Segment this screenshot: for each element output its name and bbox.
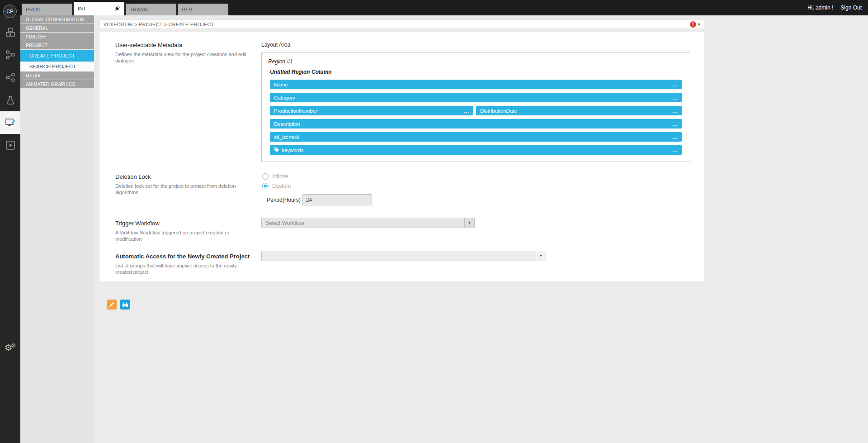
section-trigger-workflow: Trigger Workflow A VidiFlow Workflow tri… xyxy=(115,218,704,243)
edit-button[interactable] xyxy=(107,300,117,310)
config-sidebar: GLOBAL CONFIGURATION GENERAL PUBLISH PRO… xyxy=(20,15,94,443)
metadata-field-keywords[interactable]: keywords ... xyxy=(270,145,682,155)
binoculars-icon xyxy=(122,302,128,307)
section-metadata: User-selectable Metadata Defines the met… xyxy=(115,42,704,162)
module-rail: ⚙⚙ xyxy=(0,15,20,443)
chevron-down-icon[interactable]: ▼ xyxy=(536,251,546,261)
layout-area-box: Region #1 Untitled Region Column Name ..… xyxy=(261,52,690,162)
period-hours-label: Period(Hours) xyxy=(267,197,301,203)
main-area: VIDIEDITOR > PROJECT > CREATE PROJECT ! … xyxy=(94,15,868,443)
metadata-field-category[interactable]: Category ... xyxy=(270,93,682,102)
radio-custom-control[interactable] xyxy=(262,183,269,189)
create-project-form: User-selectable Metadata Defines the met… xyxy=(99,32,704,281)
tag-icon xyxy=(274,147,279,153)
region-title: Region #1 xyxy=(268,58,682,65)
deletion-lock-title: Deletion Lock xyxy=(115,173,250,180)
metadata-field-production-number[interactable]: ProductionNumber ... xyxy=(270,106,473,115)
tab-prod[interactable]: PROD xyxy=(22,4,72,15)
metadata-field-stl-ischeck[interactable]: stl_ischeck ... xyxy=(270,132,682,142)
sidebar-item-create-project[interactable]: CREATE PROJECT xyxy=(20,50,94,62)
trigger-workflow-title: Trigger Workflow xyxy=(115,220,250,227)
sidebar-item-animated-graphics[interactable]: ANIMATED GRAPHICS xyxy=(20,80,94,88)
metadata-field-description[interactable]: Description ... xyxy=(270,119,682,129)
field-options-icon[interactable]: ... xyxy=(672,148,678,153)
integrations-icon[interactable] xyxy=(0,43,20,66)
field-row: Name ... xyxy=(270,80,682,89)
field-row: stl_ischeck ... xyxy=(270,132,682,142)
lab-icon[interactable] xyxy=(0,89,20,111)
settings-gears-icon[interactable]: ⚙⚙ xyxy=(0,342,20,353)
metadata-title: User-selectable Metadata xyxy=(115,42,250,48)
tab-dev[interactable]: DEV xyxy=(178,4,228,15)
field-options-icon[interactable]: ... xyxy=(672,82,678,87)
player-icon[interactable] xyxy=(0,134,20,157)
trigger-workflow-description: A VidiFlow Workflow triggered on project… xyxy=(115,229,250,243)
breadcrumb: VIDIEDITOR > PROJECT > CREATE PROJECT xyxy=(104,22,214,27)
chevron-down-icon[interactable]: ▼ xyxy=(464,218,474,228)
sidebar-item-search-project[interactable]: SEARCH PROJECT xyxy=(20,62,94,71)
deletion-lock-description: Deletion lock set for the project to pro… xyxy=(115,183,250,196)
radio-infinite-control[interactable] xyxy=(262,173,269,180)
workflow-icon[interactable] xyxy=(0,66,20,89)
field-options-icon[interactable]: ... xyxy=(672,134,678,140)
section-auto-access: Automatic Access for the Newly Created P… xyxy=(115,251,704,276)
workflow-select[interactable]: Select Workflow ▼ xyxy=(261,218,475,228)
app-logo: CP xyxy=(3,5,17,18)
period-row: Period(Hours) xyxy=(267,194,704,205)
radio-infinite[interactable]: Infinite xyxy=(262,173,704,180)
field-options-icon[interactable]: ... xyxy=(672,121,678,127)
form-actions xyxy=(107,300,704,310)
field-options-icon[interactable]: ... xyxy=(672,108,678,114)
error-icon[interactable]: ! xyxy=(690,21,696,28)
metadata-field-distribution-date[interactable]: DistributionDate ... xyxy=(476,106,682,115)
field-row: Category ... xyxy=(270,93,682,102)
pencil-icon xyxy=(109,302,114,307)
user-greeting: Hi, admin ! xyxy=(807,5,833,11)
layout-area-label: Layout Area xyxy=(261,42,704,48)
editor-config-icon[interactable] xyxy=(0,111,20,134)
plug-icon xyxy=(113,4,122,13)
sidebar-item-global-configuration[interactable]: GLOBAL CONFIGURATION xyxy=(20,15,94,24)
field-options-icon[interactable]: ... xyxy=(464,108,469,114)
sidebar-item-project[interactable]: PROJECT xyxy=(20,41,94,49)
sign-out-link[interactable]: Sign Out xyxy=(840,5,862,11)
auto-access-description: List of groups that will have implicit a… xyxy=(115,262,250,276)
breadcrumb-bar: VIDIEDITOR > PROJECT > CREATE PROJECT ! … xyxy=(99,19,704,29)
tab-int[interactable]: INT xyxy=(74,2,124,15)
environment-tabs: PROD INT TRANS DEV xyxy=(22,2,228,15)
period-hours-input[interactable] xyxy=(302,194,372,205)
top-bar: CP PROD INT TRANS DEV Hi, admin ! Sign O… xyxy=(0,0,868,15)
access-groups-select[interactable]: ▼ xyxy=(261,251,546,261)
region-column-title: Untitled Region Column xyxy=(270,69,682,75)
auto-access-title: Automatic Access for the Newly Created P… xyxy=(115,253,250,260)
section-deletion-lock: Deletion Lock Deletion lock set for the … xyxy=(115,173,704,205)
metadata-field-name[interactable]: Name ... xyxy=(270,80,682,89)
modules-icon[interactable] xyxy=(0,21,20,43)
sidebar-item-general[interactable]: GENERAL xyxy=(20,24,94,32)
workflow-select-value: Select Workflow xyxy=(265,220,304,226)
preview-button[interactable] xyxy=(120,300,130,310)
field-row: ProductionNumber ... DistributionDate ..… xyxy=(270,106,682,115)
field-options-icon[interactable]: ... xyxy=(672,95,678,100)
field-row: keywords ... xyxy=(270,145,682,155)
sidebar-item-media[interactable]: MEDIA xyxy=(20,71,94,80)
radio-custom[interactable]: Custom xyxy=(262,183,704,189)
metadata-description: Defines the metadata view for the projec… xyxy=(115,51,250,64)
field-row: Description ... xyxy=(270,119,682,129)
sidebar-item-publish[interactable]: PUBLISH xyxy=(20,33,94,41)
tab-trans[interactable]: TRANS xyxy=(126,4,176,15)
chevron-down-icon[interactable]: ▾ xyxy=(698,22,700,27)
